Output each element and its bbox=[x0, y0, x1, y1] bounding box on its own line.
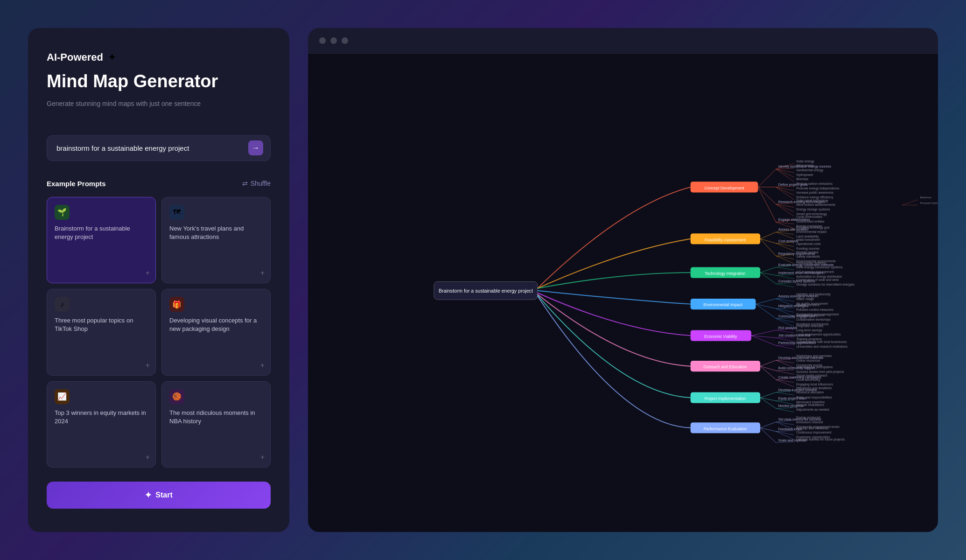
svg-text:Online resources: Online resources bbox=[796, 359, 820, 362]
prompt-text-6: The most ridiculous moments in NBA histo… bbox=[169, 409, 263, 426]
branch-concept-label: Concept Development bbox=[704, 186, 744, 190]
prompt-card-3[interactable]: ♪ Three most popular topics on TikTok Sh… bbox=[47, 289, 156, 375]
svg-text:IoT in energy management: IoT in energy management bbox=[796, 270, 834, 274]
svg-text:Lessons learned for future pro: Lessons learned for future projects bbox=[796, 438, 845, 441]
svg-text:Biomass: Biomass bbox=[796, 177, 809, 181]
mind-map-container[interactable]: Brainstorm for a sustainable energy proj… bbox=[308, 54, 938, 532]
svg-text:Projected revenues: Projected revenues bbox=[796, 324, 824, 328]
branch-tech-label: Technology Integration bbox=[705, 271, 745, 276]
svg-text:Habitats and biodiversity: Habitats and biodiversity bbox=[796, 293, 831, 296]
prompt-plus-5: + bbox=[146, 453, 150, 462]
svg-text:Adjustments as needed: Adjustments as needed bbox=[796, 408, 829, 412]
svg-text:Hydropower: Hydropower bbox=[796, 173, 813, 177]
svg-text:Long-term savings: Long-term savings bbox=[796, 329, 822, 332]
prompt-plus-6: + bbox=[260, 453, 265, 462]
svg-text:Local advertising: Local advertising bbox=[796, 378, 820, 382]
svg-text:Solar panel technology: Solar panel technology bbox=[796, 199, 828, 203]
prompt-text-5: Top 3 winners in equity markets in 2024 bbox=[55, 409, 148, 426]
start-button[interactable]: ✦ Start bbox=[47, 482, 271, 509]
prompt-card-1[interactable]: 🌱 Brainstorm for a sustainable energy pr… bbox=[47, 197, 156, 283]
svg-text:Operational costs: Operational costs bbox=[796, 242, 821, 246]
prompt-plus-4: + bbox=[260, 361, 265, 370]
svg-text:Resource allocation: Resource allocation bbox=[796, 391, 824, 394]
svg-text:Environmental impact: Environmental impact bbox=[796, 230, 826, 234]
svg-text:Promote energy independence: Promote energy independence bbox=[796, 187, 840, 190]
svg-text:Continuous improvement: Continuous improvement bbox=[796, 431, 831, 434]
window-dot-2 bbox=[330, 37, 337, 44]
svg-text:Workshops and seminars: Workshops and seminars bbox=[796, 354, 832, 358]
prompt-icon-5: 📈 bbox=[55, 389, 70, 404]
shuffle-icon: ⇄ bbox=[242, 180, 248, 187]
search-input[interactable] bbox=[47, 135, 271, 161]
svg-text:Photovoltaic systems: Photovoltaic systems bbox=[796, 261, 826, 265]
app-badge: AI-Powered bbox=[47, 51, 103, 63]
svg-text:Safety standards: Safety standards bbox=[796, 255, 820, 259]
prompt-text-4: Developing visual concepts for a new pac… bbox=[169, 316, 263, 333]
svg-text:Incentives for participation: Incentives for participation bbox=[796, 366, 833, 370]
svg-text:Storage solutions for intermit: Storage solutions for intermittent energ… bbox=[796, 283, 855, 287]
svg-text:Permits needed: Permits needed bbox=[796, 251, 819, 254]
sparkle-icon: ✦ bbox=[108, 51, 116, 63]
svg-text:Education programs: Education programs bbox=[796, 314, 825, 317]
svg-text:Pollution control measures: Pollution control measures bbox=[796, 308, 833, 311]
window-dot-1 bbox=[319, 37, 326, 44]
svg-text:Wind energy: Wind energy bbox=[796, 164, 814, 168]
prompt-plus-3: + bbox=[146, 361, 150, 370]
svg-text:Wildlife corridors: Wildlife corridors bbox=[796, 303, 820, 307]
svg-text:Milestones and deadlines: Milestones and deadlines bbox=[796, 386, 832, 390]
branch-impl-label: Project Implementation bbox=[705, 396, 746, 401]
prompt-text-3: Three most popular topics on TikTok Shop bbox=[55, 316, 148, 333]
branch-outreach-label: Outreach and Education bbox=[703, 365, 747, 370]
svg-text:Regular evaluations: Regular evaluations bbox=[796, 404, 824, 407]
prompt-icon-4: 🎁 bbox=[169, 297, 184, 312]
branch-econ-label: Economic Viability bbox=[704, 334, 737, 339]
example-prompts-label: Example Prompts bbox=[47, 180, 106, 188]
svg-text:Combination of solar and wind: Combination of solar and wind bbox=[796, 278, 839, 281]
start-star-icon: ✦ bbox=[145, 490, 152, 500]
svg-text:Roles and responsibilities: Roles and responsibilities bbox=[796, 396, 832, 399]
svg-text:Universities and research inst: Universities and research institutions bbox=[796, 345, 848, 348]
prompt-card-6[interactable]: 🏀 The most ridiculous moments in NBA his… bbox=[161, 381, 271, 468]
window-dot-3 bbox=[342, 37, 348, 44]
svg-text:Reduce carbon emissions: Reduce carbon emissions bbox=[796, 182, 833, 185]
svg-text:Collaborative workshops: Collaborative workshops bbox=[796, 318, 831, 322]
center-node-label: Brainstorm for a sustainable energy proj… bbox=[439, 288, 533, 294]
branch-perf-label: Performance Evaluation bbox=[704, 427, 747, 431]
prompt-icon-2: 🗺 bbox=[169, 205, 184, 220]
search-submit-button[interactable] bbox=[248, 140, 263, 155]
svg-text:Surveys and interviews: Surveys and interviews bbox=[796, 427, 829, 430]
prompts-grid: 🌱 Brainstorm for a sustainable energy pr… bbox=[47, 197, 271, 468]
prompt-plus-2: + bbox=[260, 269, 265, 277]
prompt-icon-6: 🏀 bbox=[169, 389, 184, 404]
prompt-icon-3: ♪ bbox=[55, 297, 70, 312]
logo-area: AI-Powered ✦ bbox=[47, 51, 271, 63]
prompt-card-4[interactable]: 🎁 Developing visual concepts for a new p… bbox=[161, 289, 271, 375]
svg-text:Pumped hydro storage: Pumped hydro storage bbox=[920, 201, 938, 204]
prompt-plus-1: + bbox=[146, 269, 150, 277]
svg-text:Local communities: Local communities bbox=[796, 215, 823, 218]
svg-text:Proximity to energy grid: Proximity to energy grid bbox=[796, 226, 829, 230]
svg-rect-0 bbox=[308, 79, 938, 506]
svg-text:Water usage: Water usage bbox=[796, 297, 814, 301]
svg-text:Collaborations with local busi: Collaborations with local businesses bbox=[796, 341, 847, 344]
prompt-text-1: Brainstorm for a sustainable energy proj… bbox=[55, 224, 148, 241]
app-title: Mind Map Generator bbox=[47, 71, 271, 92]
svg-text:Emissions reduced: Emissions reduced bbox=[796, 420, 823, 424]
svg-text:Government entities: Government entities bbox=[796, 220, 825, 223]
svg-text:Social media outreach: Social media outreach bbox=[796, 374, 827, 377]
shuffle-button[interactable]: ⇄ Shuffle bbox=[242, 180, 271, 187]
shuffle-label: Shuffle bbox=[251, 180, 271, 187]
branch-env-label: Environmental Impact bbox=[703, 302, 742, 307]
svg-text:Local employment opportunities: Local employment opportunities bbox=[796, 333, 841, 336]
mind-map-svg: Brainstorm for a sustainable energy proj… bbox=[308, 54, 938, 532]
prompt-card-5[interactable]: 📈 Top 3 winners in equity markets in 202… bbox=[47, 381, 156, 468]
svg-text:Geothermal energy: Geothermal energy bbox=[796, 168, 823, 172]
example-header: Example Prompts ⇄ Shuffle bbox=[47, 180, 271, 188]
right-panel: Brainstorm for a sustainable energy proj… bbox=[308, 28, 938, 532]
svg-text:Solar energy: Solar energy bbox=[796, 160, 814, 163]
prompt-text-2: New York's travel plans and famous attra… bbox=[169, 224, 263, 241]
svg-text:Wind energy conversion systems: Wind energy conversion systems bbox=[796, 266, 843, 269]
prompt-card-2[interactable]: 🗺 New York's travel plans and famous att… bbox=[161, 197, 271, 283]
svg-text:Increase public awareness: Increase public awareness bbox=[796, 191, 834, 195]
svg-text:Wind turbine advancements: Wind turbine advancements bbox=[796, 203, 835, 206]
